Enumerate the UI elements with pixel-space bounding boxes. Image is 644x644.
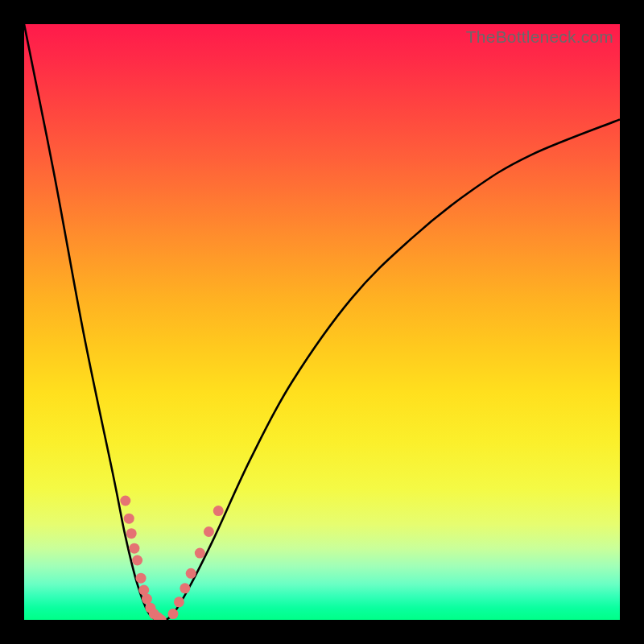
data-point bbox=[174, 597, 184, 607]
data-point bbox=[142, 594, 152, 605]
plot-area: TheBottleneck.com bbox=[24, 24, 620, 620]
data-point bbox=[195, 548, 205, 559]
data-point bbox=[124, 514, 134, 524]
data-point bbox=[126, 528, 137, 539]
watermark-text: TheBottleneck.com bbox=[466, 27, 613, 47]
data-point bbox=[213, 506, 224, 516]
curve-layer bbox=[24, 24, 620, 620]
bottleneck-curve bbox=[24, 24, 620, 620]
data-point bbox=[129, 543, 139, 554]
data-point bbox=[132, 555, 142, 566]
data-point bbox=[186, 568, 196, 579]
data-point bbox=[138, 585, 149, 596]
data-point bbox=[168, 609, 179, 619]
data-point bbox=[120, 496, 130, 506]
curve-data-points-left bbox=[120, 496, 166, 621]
data-point bbox=[204, 526, 214, 537]
curve-data-points-right bbox=[168, 506, 224, 619]
data-point bbox=[180, 583, 190, 593]
data-point bbox=[136, 573, 147, 584]
chart-frame: TheBottleneck.com bbox=[0, 0, 644, 644]
